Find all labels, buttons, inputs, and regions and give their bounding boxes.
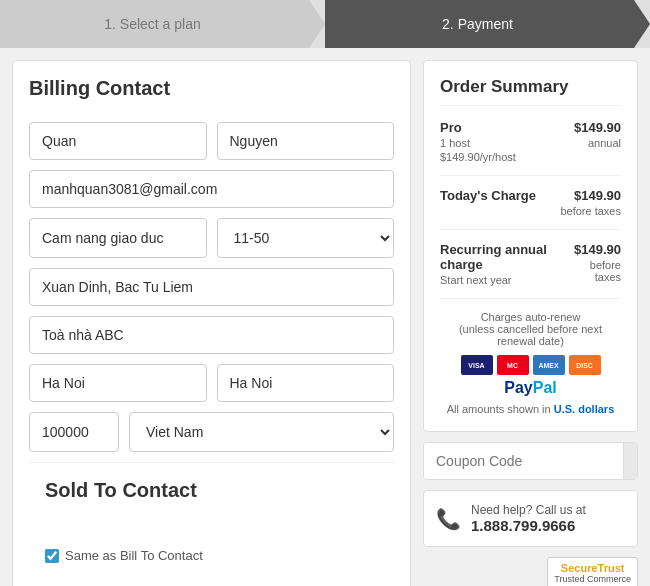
today-price-col: $149.90 before taxes — [560, 188, 621, 217]
mastercard-icon: MC — [497, 355, 529, 375]
coupon-section: Apply — [423, 442, 638, 480]
first-name-input[interactable] — [29, 122, 207, 160]
today-label-col: Today's Charge — [440, 188, 536, 203]
email-row — [29, 170, 394, 208]
progress-bar: 1. Select a plan 2. Payment — [0, 0, 650, 48]
country-select[interactable]: Viet Nam United States United Kingdom Au… — [129, 412, 394, 452]
apply-coupon-button[interactable]: Apply — [623, 443, 638, 479]
main-content: Billing Contact 11-50 1-10 51-200 201-50… — [0, 48, 650, 586]
zip-country-row: Viet Nam United States United Kingdom Au… — [29, 412, 394, 452]
right-panel: Order Summary Pro 1 host $149.90/yr/host… — [423, 60, 638, 586]
plan-detail2: $149.90/yr/host — [440, 151, 516, 163]
visa-icon: VISA — [461, 355, 493, 375]
today-price: $149.90 — [560, 188, 621, 203]
plan-detail1: 1 host — [440, 137, 516, 149]
address1-input[interactable] — [29, 268, 394, 306]
amex-icon: AMEX — [533, 355, 565, 375]
auto-renew-text: Charges auto-renew (unless cancelled bef… — [440, 311, 621, 347]
same-as-bill-label: Same as Bill To Contact — [65, 548, 203, 563]
help-content: Need help? Call us at 1.888.799.9666 — [471, 503, 586, 534]
recurring-price-col: $149.90 before taxes — [570, 242, 621, 283]
city-input[interactable] — [29, 364, 207, 402]
secure-badge: SecureTrust Trusted Commerce CLICK TO VE… — [423, 557, 638, 586]
payment-icons: VISA MC AMEX DISC PayPal — [440, 355, 621, 397]
plan-period: annual — [574, 137, 621, 149]
phone-icon: 📞 — [436, 507, 461, 531]
progress-step-1[interactable]: 1. Select a plan — [0, 0, 325, 48]
secure-trust-title: SecureTrust — [554, 562, 631, 574]
plan-info: Pro 1 host $149.90/yr/host — [440, 120, 516, 163]
plan-price-col: $149.90 annual — [574, 120, 621, 149]
plan-price: $149.90 — [574, 120, 621, 135]
address2-row — [29, 316, 394, 354]
usd-note: All amounts shown in U.S. dollars — [440, 403, 621, 415]
company-row: 11-50 1-10 51-200 201-500 500+ — [29, 218, 394, 258]
sold-to-section: Sold To Contact — [29, 462, 394, 540]
recurring-label: Recurring annual charge — [440, 242, 570, 272]
sold-to-title: Sold To Contact — [45, 479, 378, 510]
recurring-label-col: Recurring annual charge Start next year — [440, 242, 570, 286]
left-panel: Billing Contact 11-50 1-10 51-200 201-50… — [12, 60, 411, 586]
discover-icon: DISC — [569, 355, 601, 375]
company-size-select[interactable]: 11-50 1-10 51-200 201-500 500+ — [217, 218, 395, 258]
recurring-sub: Start next year — [440, 274, 570, 286]
progress-step-2: 2. Payment — [325, 0, 650, 48]
order-summary-title: Order Summary — [440, 77, 621, 106]
recurring-price: $149.90 — [570, 242, 621, 257]
secure-trust-badge[interactable]: SecureTrust Trusted Commerce CLICK TO VE… — [547, 557, 638, 586]
recurring-row: Recurring annual charge Start next year … — [440, 242, 621, 299]
name-row — [29, 122, 394, 160]
today-charge-row: Today's Charge $149.90 before taxes — [440, 188, 621, 230]
secure-trust-sub1: Trusted Commerce — [554, 574, 631, 584]
email-input[interactable] — [29, 170, 394, 208]
last-name-input[interactable] — [217, 122, 395, 160]
today-sub: before taxes — [560, 205, 621, 217]
paypal-icon: PayPal — [504, 379, 556, 397]
usd-link[interactable]: U.S. dollars — [554, 403, 615, 415]
address1-row — [29, 268, 394, 306]
zip-input[interactable] — [29, 412, 119, 452]
city-state-row — [29, 364, 394, 402]
help-phone: 1.888.799.9666 — [471, 517, 586, 534]
billing-title: Billing Contact — [29, 77, 394, 108]
coupon-input[interactable] — [424, 443, 623, 479]
same-as-bill-row: Same as Bill To Contact — [29, 540, 394, 567]
help-section: 📞 Need help? Call us at 1.888.799.9666 — [423, 490, 638, 547]
plan-name: Pro — [440, 120, 516, 135]
today-label: Today's Charge — [440, 188, 536, 203]
address2-input[interactable] — [29, 316, 394, 354]
state-input[interactable] — [217, 364, 395, 402]
same-as-bill-checkbox[interactable] — [45, 549, 59, 563]
plan-row: Pro 1 host $149.90/yr/host $149.90 annua… — [440, 120, 621, 176]
recurring-sub2: before taxes — [570, 259, 621, 283]
order-summary: Order Summary Pro 1 host $149.90/yr/host… — [423, 60, 638, 432]
help-label: Need help? Call us at — [471, 503, 586, 517]
company-input[interactable] — [29, 218, 207, 258]
